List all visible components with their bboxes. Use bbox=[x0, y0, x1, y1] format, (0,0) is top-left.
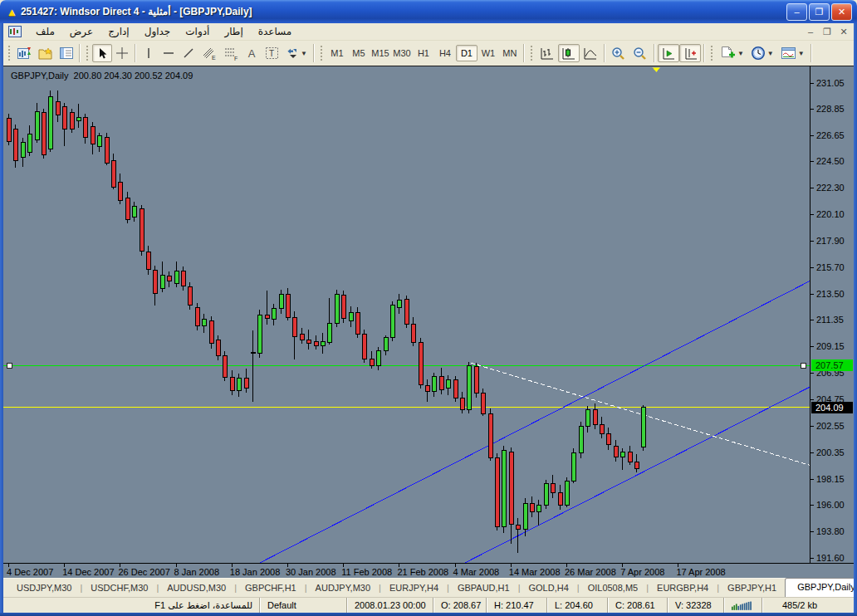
price-axis-label: 228.85 bbox=[816, 104, 845, 114]
chart-tab-AUDJPY,M30[interactable]: AUDJPY,M30 bbox=[307, 579, 379, 597]
chart-tab-GBPJPY,H1[interactable]: GBPJPY,H1 bbox=[719, 579, 785, 597]
toolbar-grip[interactable] bbox=[7, 45, 12, 61]
bar-chart-type-button[interactable] bbox=[536, 44, 558, 62]
mdi-minimize-icon[interactable]: – bbox=[804, 27, 817, 37]
chart-tabs-bar: USDJPY,M30|USDCHF,M30|AUDUSD,M30|GBPCHF,… bbox=[3, 578, 854, 597]
crosshair-tool-button[interactable] bbox=[112, 44, 132, 62]
menu-item-إدارج[interactable]: إدارج bbox=[100, 24, 137, 39]
line-handle[interactable] bbox=[7, 363, 12, 368]
status-close: C: 208.61 bbox=[609, 598, 667, 613]
candle bbox=[425, 379, 429, 401]
channel-e: E bbox=[212, 55, 216, 61]
horizontal-line-tool-button[interactable] bbox=[159, 44, 179, 62]
vertical-line-tool-button[interactable] bbox=[139, 44, 159, 62]
chart-canvas[interactable] bbox=[3, 66, 810, 563]
price-axis-tick bbox=[810, 267, 814, 268]
status-profile[interactable]: Default bbox=[261, 598, 346, 613]
chart-tab-EURJPY,H4[interactable]: EURJPY,H4 bbox=[381, 579, 447, 597]
timeframe-button-M15[interactable]: M15 bbox=[370, 45, 391, 61]
menu-item-عرض[interactable]: عرض bbox=[62, 24, 100, 39]
chart-tab-USDJPY,M30[interactable]: USDJPY,M30 bbox=[8, 579, 80, 597]
timeframe-button-M5[interactable]: M5 bbox=[348, 45, 370, 61]
templates-button[interactable]: ▼ bbox=[777, 44, 808, 62]
auto-scroll-button[interactable] bbox=[658, 44, 679, 62]
candle bbox=[21, 138, 25, 167]
date-axis-label: 30 Jan 2008 bbox=[286, 567, 336, 577]
price-axis-label: 200.35 bbox=[816, 447, 845, 457]
chart-system-icon[interactable] bbox=[7, 25, 23, 38]
price-axis-label: 211.35 bbox=[816, 315, 844, 325]
timeframe-button-MN[interactable]: MN bbox=[499, 45, 521, 61]
text-label-tool-button[interactable]: T bbox=[262, 44, 282, 62]
menu-item-إطار[interactable]: إطار bbox=[217, 24, 250, 39]
candle bbox=[606, 428, 610, 449]
mdi-restore-icon[interactable]: ❐ bbox=[820, 27, 834, 37]
profiles-button[interactable] bbox=[35, 44, 56, 62]
menu-item-جداول[interactable]: جداول bbox=[137, 24, 179, 39]
candle bbox=[7, 114, 11, 145]
timeframe-button-H4[interactable]: H4 bbox=[434, 45, 456, 61]
zoom-out-button[interactable] bbox=[629, 44, 651, 62]
candle bbox=[62, 103, 66, 146]
chart-tab-GBPAUD,H1[interactable]: GBPAUD,H1 bbox=[449, 579, 518, 597]
restore-button[interactable]: ❐ bbox=[809, 3, 830, 21]
price-axis-tick bbox=[810, 294, 814, 295]
line-handle[interactable] bbox=[801, 363, 806, 368]
toolbar: E F A T ▼ M1M5M15M30H1H4D1W1MN bbox=[3, 41, 854, 66]
menu-item-مساعدة[interactable]: مساعدة bbox=[251, 24, 300, 39]
candle bbox=[27, 125, 32, 155]
price-axis-tick bbox=[810, 531, 814, 532]
candle bbox=[502, 446, 506, 532]
date-axis-label: 18 Jan 2008 bbox=[230, 567, 281, 577]
price-axis-label: 224.50 bbox=[816, 156, 845, 166]
price-axis[interactable]: 231.05228.85226.65224.50222.30220.10217.… bbox=[810, 66, 854, 563]
timeframe-button-H1[interactable]: H1 bbox=[413, 45, 434, 61]
price-axis-label: 191.60 bbox=[816, 553, 845, 563]
line-chart-type-button[interactable] bbox=[580, 44, 601, 62]
candle bbox=[216, 335, 220, 360]
window-list-button[interactable] bbox=[56, 44, 76, 62]
text-tool-button[interactable]: A bbox=[242, 44, 262, 62]
mdi-close-icon[interactable]: ✕ bbox=[837, 27, 850, 37]
chart-tab-EURGBP,H4[interactable]: EURGBP,H4 bbox=[649, 579, 717, 597]
menu-item-ملف[interactable]: ملف bbox=[28, 24, 62, 39]
chart-shift-marker-icon[interactable] bbox=[652, 67, 660, 72]
timeframe-button-W1[interactable]: W1 bbox=[477, 45, 499, 61]
candle bbox=[153, 266, 157, 306]
timeframe-button-M1[interactable]: M1 bbox=[326, 45, 348, 61]
chart-shift-button[interactable] bbox=[679, 44, 701, 62]
indicators-button[interactable]: ▼ bbox=[717, 44, 747, 62]
periods-button[interactable]: ▼ bbox=[747, 44, 777, 62]
candle bbox=[446, 375, 450, 396]
chart-tab-GBPCHF,H1[interactable]: GBPCHF,H1 bbox=[237, 579, 305, 597]
close-button[interactable]: ✕ bbox=[831, 3, 852, 21]
date-axis[interactable]: 4 Dec 200714 Dec 200726 Dec 20078 Jan 20… bbox=[3, 563, 854, 579]
channel-line-upper[interactable] bbox=[260, 281, 810, 563]
status-high: H: 210.47 bbox=[487, 598, 546, 613]
zoom-in-button[interactable] bbox=[608, 44, 629, 62]
chart-tab-USDCHF,M30[interactable]: USDCHF,M30 bbox=[82, 579, 156, 597]
trendline-tool-button[interactable] bbox=[179, 44, 198, 62]
chart-area[interactable]: GBPJPY,Daily 200.80 204.30 200.52 204.09… bbox=[3, 66, 854, 578]
cursor-tool-button[interactable] bbox=[92, 44, 112, 62]
candle bbox=[286, 288, 290, 320]
chart-tab-GBPJPY,Daily[interactable]: GBPJPY,Daily bbox=[785, 578, 857, 597]
arrows-tool-button[interactable]: ▼ bbox=[282, 44, 311, 62]
candle bbox=[97, 133, 101, 152]
timeframe-button-D1[interactable]: D1 bbox=[456, 45, 477, 61]
candle bbox=[579, 422, 583, 457]
timeframe-button-M30[interactable]: M30 bbox=[391, 45, 413, 61]
chart-tab-OIL0508,M5[interactable]: OIL0508,M5 bbox=[580, 579, 647, 597]
minimize-button[interactable]: – bbox=[786, 3, 807, 21]
price-axis-tick bbox=[810, 346, 814, 347]
timeframe-buttons: M1M5M15M30H1H4D1W1MN bbox=[326, 45, 521, 61]
channel-tool-button[interactable]: E bbox=[198, 44, 220, 62]
fibonacci-tool-button[interactable]: F bbox=[220, 44, 242, 62]
chart-tab-AUDUSD,M30[interactable]: AUDUSD,M30 bbox=[159, 579, 234, 597]
menu-item-أدوات[interactable]: أدوات bbox=[178, 24, 217, 39]
new-chart-button[interactable] bbox=[14, 44, 35, 62]
trendline-white[interactable] bbox=[471, 363, 810, 465]
chart-tab-GOLD,H4[interactable]: GOLD,H4 bbox=[521, 579, 577, 597]
candlestick-chart-type-button[interactable] bbox=[558, 44, 580, 62]
title-bar[interactable]: ▲ 251427: Windsor Direct 4 - أمثلية - [G… bbox=[0, 0, 857, 23]
